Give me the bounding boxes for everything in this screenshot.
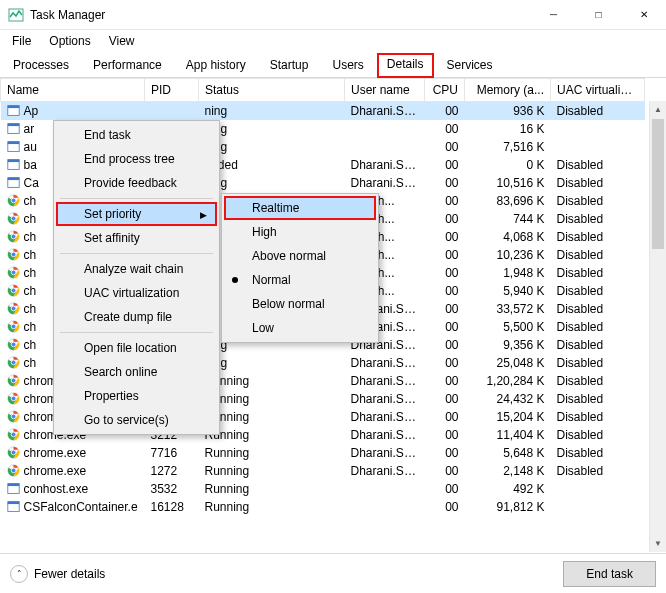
statusbar: ˄ Fewer details End task (0, 553, 666, 593)
process-icon (7, 446, 20, 459)
process-memory: 15,204 K (465, 408, 551, 426)
col-status[interactable]: Status (199, 79, 345, 102)
process-status: Running (199, 444, 345, 462)
process-cpu: 00 (425, 264, 465, 282)
process-memory: 5,648 K (465, 444, 551, 462)
ctx-analyze-wait-chain[interactable]: Analyze wait chain (56, 257, 217, 281)
process-status: ning (199, 174, 345, 192)
svg-point-19 (11, 234, 16, 239)
ctx-end-task[interactable]: End task (56, 123, 217, 147)
process-memory: 1,20,284 K (465, 372, 551, 390)
process-name: Ca (24, 176, 39, 190)
tab-details[interactable]: Details (377, 53, 434, 78)
priority-above-normal[interactable]: Above normal (224, 244, 376, 268)
process-cpu: 00 (425, 120, 465, 138)
vertical-scrollbar[interactable]: ▲ ▼ (649, 101, 666, 552)
col-pid[interactable]: PID (145, 79, 199, 102)
priority-low[interactable]: Low (224, 316, 376, 340)
process-cpu: 00 (425, 372, 465, 390)
priority-realtime[interactable]: Realtime (224, 196, 376, 220)
scroll-up-icon[interactable]: ▲ (650, 101, 666, 118)
svg-point-40 (11, 360, 16, 365)
priority-high[interactable]: High (224, 220, 376, 244)
table-row[interactable]: ApningDharani.Sh...00936 KDisabled (1, 102, 645, 120)
process-pid: 16128 (145, 498, 199, 516)
tab-users[interactable]: Users (321, 53, 374, 78)
process-user (345, 498, 425, 516)
process-uac: Disabled (551, 408, 645, 426)
ctx-end-process-tree[interactable]: End process tree (56, 147, 217, 171)
process-cpu: 00 (425, 102, 465, 120)
process-cpu: 00 (425, 138, 465, 156)
table-row[interactable]: conhost.exe3532Running00492 K (1, 480, 645, 498)
process-user (345, 480, 425, 498)
ctx-properties[interactable]: Properties (56, 384, 217, 408)
process-user: Dharani.Sh... (345, 426, 425, 444)
col-mem[interactable]: Memory (a... (465, 79, 551, 102)
menu-file[interactable]: File (4, 32, 39, 50)
table-row[interactable]: CSFalconContainer.e16128Running0091,812 … (1, 498, 645, 516)
col-uac[interactable]: UAC virtualizat... (551, 79, 645, 102)
svg-point-22 (11, 252, 16, 257)
process-name: ch (24, 212, 37, 226)
scroll-thumb[interactable] (652, 119, 664, 249)
minimize-button[interactable]: ─ (531, 0, 576, 30)
priority-normal[interactable]: Normal (224, 268, 376, 292)
col-user[interactable]: User name (345, 79, 425, 102)
close-button[interactable]: ✕ (621, 0, 666, 30)
process-icon (7, 230, 20, 243)
priority-below-normal[interactable]: Below normal (224, 292, 376, 316)
process-user: Dharani.Sh... (345, 354, 425, 372)
fewer-details-button[interactable]: ˄ Fewer details (10, 565, 105, 583)
ctx-open-file-location[interactable]: Open file location (56, 336, 217, 360)
col-cpu[interactable]: CPU (425, 79, 465, 102)
ctx-set-priority[interactable]: Set priority ▶ (56, 202, 217, 226)
svg-rect-62 (7, 502, 18, 504)
process-user: Dharani.Sh... (345, 174, 425, 192)
tab-services[interactable]: Services (436, 53, 504, 78)
process-name: ch (24, 338, 37, 352)
process-icon (7, 428, 20, 441)
chevron-up-icon: ˄ (10, 565, 28, 583)
process-uac (551, 120, 645, 138)
process-uac: Disabled (551, 174, 645, 192)
end-task-button[interactable]: End task (563, 561, 656, 587)
menu-view[interactable]: View (101, 32, 143, 50)
process-uac: Disabled (551, 102, 645, 120)
process-cpu: 00 (425, 228, 465, 246)
process-icon (7, 104, 20, 117)
tab-startup[interactable]: Startup (259, 53, 320, 78)
process-uac (551, 480, 645, 498)
ctx-set-affinity[interactable]: Set affinity (56, 226, 217, 250)
process-uac: Disabled (551, 318, 645, 336)
process-memory: 5,500 K (465, 318, 551, 336)
process-uac (551, 498, 645, 516)
scroll-down-icon[interactable]: ▼ (650, 535, 666, 552)
col-name[interactable]: Name (1, 79, 145, 102)
svg-point-58 (11, 468, 16, 473)
ctx-create-dump-file[interactable]: Create dump file (56, 305, 217, 329)
ctx-provide-feedback[interactable]: Provide feedback (56, 171, 217, 195)
table-row[interactable]: chrome.exe7716RunningDharani.Sh...005,64… (1, 444, 645, 462)
maximize-button[interactable]: □ (576, 0, 621, 30)
process-memory: 7,516 K (465, 138, 551, 156)
process-icon (7, 374, 20, 387)
svg-point-46 (11, 396, 16, 401)
process-user (345, 120, 425, 138)
table-row[interactable]: chrome.exe1272RunningDharani.Sh...002,14… (1, 462, 645, 480)
process-uac: Disabled (551, 372, 645, 390)
menu-options[interactable]: Options (41, 32, 98, 50)
process-icon (7, 158, 20, 171)
svg-rect-60 (7, 484, 18, 486)
tab-app-history[interactable]: App history (175, 53, 257, 78)
svg-point-55 (11, 450, 16, 455)
process-name: ba (24, 158, 37, 172)
ctx-search-online[interactable]: Search online (56, 360, 217, 384)
process-uac: Disabled (551, 192, 645, 210)
tab-performance[interactable]: Performance (82, 53, 173, 78)
ctx-go-to-services[interactable]: Go to service(s) (56, 408, 217, 432)
process-cpu: 00 (425, 336, 465, 354)
process-uac: Disabled (551, 462, 645, 480)
tab-processes[interactable]: Processes (2, 53, 80, 78)
ctx-uac-virtualization[interactable]: UAC virtualization (56, 281, 217, 305)
